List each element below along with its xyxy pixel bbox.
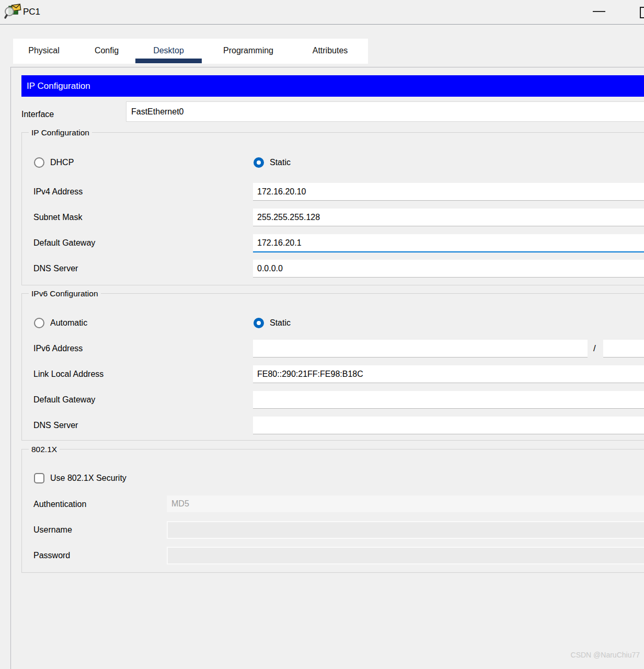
maximize-button[interactable]: [632, 0, 644, 24]
title-bar: PC1: [0, 0, 644, 25]
tab-physical[interactable]: Physical: [17, 39, 71, 64]
dns-server-input[interactable]: [253, 260, 644, 278]
ipv6-dns-server-input[interactable]: [253, 417, 644, 434]
pc1-device-window: PC1 Physical Config Desktop Programming …: [0, 0, 644, 669]
authentication-combobox[interactable]: MD5: [167, 495, 644, 512]
ipv6-group-title: IPv6 Configuration: [29, 289, 101, 299]
ipv4-address-input[interactable]: [253, 183, 644, 201]
tab-config[interactable]: Config: [86, 39, 128, 64]
ipv6-address-input[interactable]: [253, 340, 588, 357]
dhcp-radio-label: DHCP: [50, 156, 74, 169]
ipv6-default-gateway-label: Default Gateway: [33, 391, 95, 408]
link-local-address-label: Link Local Address: [33, 365, 104, 383]
ipv6-dns-server-label: DNS Server: [33, 417, 78, 434]
ipv6-address-label: IPv6 Address: [33, 340, 83, 357]
minimize-button[interactable]: [588, 0, 612, 24]
tab-desktop[interactable]: Desktop: [135, 39, 202, 64]
interface-label: Interface: [21, 104, 54, 124]
ipv6-automatic-radio-label: Automatic: [50, 317, 87, 329]
tab-programming[interactable]: Programming: [209, 39, 288, 64]
interface-combobox[interactable]: FastEthernet0: [126, 101, 644, 122]
minimize-icon: [593, 11, 605, 12]
ipv4-static-radio[interactable]: [254, 157, 264, 168]
password-label: Password: [33, 547, 70, 564]
dns-server-label: DNS Server: [33, 260, 78, 277]
username-label: Username: [33, 521, 72, 538]
maximize-icon: [640, 7, 644, 18]
dot1x-group: 802.1X Use 802.1X Security Authenticatio…: [21, 449, 644, 573]
desktop-tab-panel: IP Configuration Interface FastEthernet0…: [10, 67, 644, 669]
default-gateway-input[interactable]: [253, 234, 644, 252]
watermark-text: CSDN @NaruChiu77: [571, 651, 640, 659]
window-title: PC1: [23, 0, 40, 24]
subnet-mask-input[interactable]: [253, 209, 644, 226]
subnet-mask-label: Subnet Mask: [33, 209, 82, 226]
tab-attributes[interactable]: Attributes: [301, 39, 360, 64]
ip-configuration-header: IP Configuration: [21, 75, 644, 97]
ipv6-static-radio-label: Static: [270, 317, 291, 329]
use-8021x-security-label: Use 802.1X Security: [50, 472, 126, 485]
packet-tracer-device-icon: [4, 3, 21, 21]
use-8021x-security-checkbox[interactable]: [34, 473, 44, 483]
password-input[interactable]: [167, 547, 644, 564]
ipv4-address-label: IPv4 Address: [33, 183, 83, 200]
ipv6-static-radio[interactable]: [254, 318, 264, 328]
username-input[interactable]: [167, 521, 644, 539]
ipv6-default-gateway-input[interactable]: [253, 391, 644, 409]
prefix-separator: /: [593, 340, 596, 357]
ipv6-configuration-group: IPv6 Configuration Automatic Static IPv6…: [21, 293, 644, 441]
link-local-address-input[interactable]: [253, 365, 644, 383]
authentication-label: Authentication: [33, 495, 86, 513]
ipv4-static-radio-label: Static: [270, 156, 291, 169]
ipv6-prefix-input[interactable]: [603, 340, 644, 357]
dot1x-group-title: 802.1X: [29, 444, 60, 455]
tab-bar: Physical Config Desktop Programming Attr…: [13, 39, 368, 64]
default-gateway-label: Default Gateway: [33, 234, 95, 251]
dhcp-radio[interactable]: [34, 157, 44, 168]
ipv4-configuration-group: IP Configuration DHCP Static IPv4 Addres…: [21, 132, 644, 285]
ipv6-automatic-radio[interactable]: [34, 318, 44, 328]
ipv4-group-title: IP Configuration: [29, 128, 92, 138]
